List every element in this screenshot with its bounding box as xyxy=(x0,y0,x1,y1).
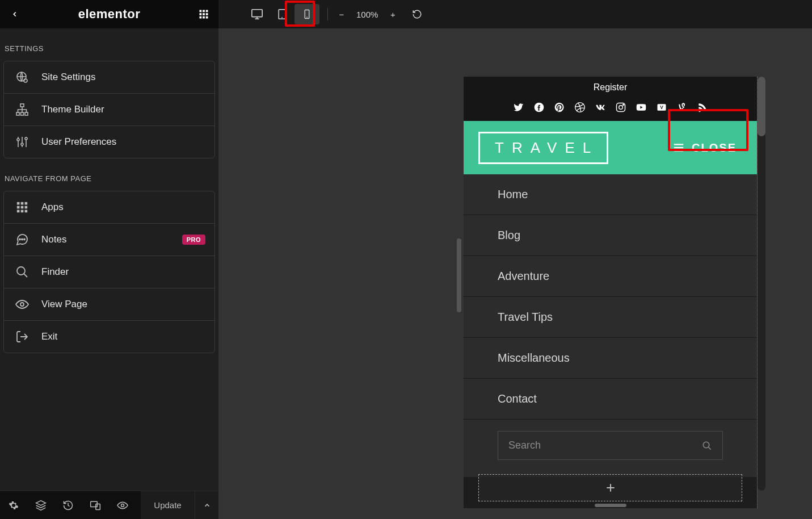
settings-menu: Site Settings Theme Builder User Prefere… xyxy=(3,61,215,158)
mobile-preview: Register V TRAVEL CLOSE Home Blog Advent… xyxy=(464,77,758,508)
svg-rect-2 xyxy=(206,10,208,12)
search-input[interactable]: Search xyxy=(498,431,723,460)
sidebar-header: elementor xyxy=(0,0,218,28)
register-link[interactable]: Register xyxy=(464,77,757,97)
facebook-icon[interactable] xyxy=(533,102,545,113)
nav-item-contact[interactable]: Contact xyxy=(464,379,757,420)
section-title-navigate: NAVIGATE FROM PAGE xyxy=(0,158,218,191)
svg-rect-11 xyxy=(20,104,24,107)
svg-rect-4 xyxy=(203,13,205,15)
menu-label: Apps xyxy=(41,202,64,213)
user-preferences-item[interactable]: User Preferences xyxy=(4,125,214,158)
plus-icon xyxy=(605,482,616,493)
pinterest-icon[interactable] xyxy=(554,102,565,113)
view-page-item[interactable]: View Page xyxy=(4,288,214,320)
menu-close-button[interactable]: CLOSE xyxy=(667,131,742,165)
device-mobile-button[interactable] xyxy=(294,4,319,24)
preview-scrollbar[interactable] xyxy=(758,77,765,491)
preview-resize-handle[interactable] xyxy=(595,504,626,507)
svg-rect-23 xyxy=(25,206,28,209)
svg-rect-8 xyxy=(206,16,208,19)
nav-item-adventure[interactable]: Adventure xyxy=(464,256,757,297)
vine-icon[interactable] xyxy=(676,102,688,113)
close-label: CLOSE xyxy=(692,141,737,154)
twitter-icon[interactable] xyxy=(513,102,524,113)
zoom-controls: − 100% + xyxy=(336,9,423,19)
add-section-button[interactable] xyxy=(478,474,742,501)
chevron-left-icon xyxy=(11,10,19,18)
svg-rect-3 xyxy=(200,13,202,15)
svg-line-31 xyxy=(24,274,27,277)
dribbble-icon[interactable] xyxy=(574,102,586,113)
site-settings-item[interactable]: Site Settings xyxy=(4,61,214,93)
svg-point-37 xyxy=(121,504,124,507)
apps-grid-icon xyxy=(15,200,29,214)
undo-icon xyxy=(412,9,422,19)
editor-canvas: Register V TRAVEL CLOSE Home Blog Advent… xyxy=(218,28,812,519)
site-logo[interactable]: TRAVEL xyxy=(478,132,608,164)
canvas-scrollbar[interactable] xyxy=(457,238,461,312)
svg-text:V: V xyxy=(660,104,663,110)
exit-item[interactable]: Exit xyxy=(4,320,214,353)
structure-button[interactable] xyxy=(35,500,47,511)
menu-label: User Preferences xyxy=(41,136,116,148)
back-button[interactable] xyxy=(8,7,22,21)
nav-item-blog[interactable]: Blog xyxy=(464,215,757,256)
svg-rect-6 xyxy=(200,16,202,19)
vk-icon[interactable] xyxy=(595,102,606,113)
instagram-icon[interactable] xyxy=(615,102,626,113)
exit-icon xyxy=(15,330,29,344)
rss-icon[interactable] xyxy=(697,102,708,113)
widgets-grid-button[interactable] xyxy=(197,7,211,21)
history-icon xyxy=(62,500,74,511)
nav-item-home[interactable]: Home xyxy=(464,174,757,215)
svg-rect-14 xyxy=(25,112,28,115)
device-tablet-button[interactable] xyxy=(270,4,294,24)
responsive-button[interactable] xyxy=(90,500,101,511)
devices-icon xyxy=(90,500,101,511)
desktop-icon xyxy=(251,8,263,20)
grid-icon xyxy=(199,9,209,19)
svg-rect-7 xyxy=(203,16,205,19)
preview-scroll-thumb[interactable] xyxy=(758,77,765,136)
update-button[interactable]: Update xyxy=(141,500,195,510)
search-wrap: Search xyxy=(464,420,757,477)
footer-tools xyxy=(0,491,141,519)
search-placeholder: Search xyxy=(508,440,541,451)
svg-point-30 xyxy=(17,267,25,275)
device-desktop-button[interactable] xyxy=(245,4,270,24)
svg-rect-13 xyxy=(21,112,24,115)
page-settings-button[interactable] xyxy=(8,500,19,511)
mobile-nav-menu: Home Blog Adventure Travel Tips Miscella… xyxy=(464,174,757,477)
sliders-icon xyxy=(15,135,29,149)
svg-rect-21 xyxy=(17,206,20,209)
svg-point-32 xyxy=(20,303,24,306)
tablet-icon xyxy=(276,9,288,20)
apps-item[interactable]: Apps xyxy=(4,191,214,223)
layers-icon xyxy=(35,500,47,511)
notes-item[interactable]: Notes PRO xyxy=(4,223,214,256)
zoom-level: 100% xyxy=(356,10,378,19)
menu-label: Exit xyxy=(41,331,57,342)
svg-rect-38 xyxy=(252,10,262,17)
nav-item-miscellaneous[interactable]: Miscellaneous xyxy=(464,338,757,379)
site-header: TRAVEL CLOSE xyxy=(464,121,757,174)
zoom-in-button[interactable]: + xyxy=(387,10,398,19)
finder-item[interactable]: Finder xyxy=(4,256,214,288)
elementor-logo: elementor xyxy=(22,7,197,22)
history-button[interactable] xyxy=(62,500,74,511)
theme-builder-item[interactable]: Theme Builder xyxy=(4,93,214,125)
vimeo-icon[interactable]: V xyxy=(656,102,667,113)
preview-button[interactable] xyxy=(117,500,128,511)
mobile-icon xyxy=(302,9,312,19)
menu-label: View Page xyxy=(41,299,87,310)
zoom-reset-button[interactable] xyxy=(412,9,423,19)
svg-rect-19 xyxy=(21,202,24,205)
zoom-out-button[interactable]: − xyxy=(336,10,347,19)
nav-item-travel-tips[interactable]: Travel Tips xyxy=(464,297,757,338)
svg-point-54 xyxy=(703,442,709,448)
youtube-icon[interactable] xyxy=(636,102,647,113)
update-options-button[interactable] xyxy=(195,491,218,519)
svg-rect-0 xyxy=(200,10,202,12)
chat-icon xyxy=(15,233,29,246)
